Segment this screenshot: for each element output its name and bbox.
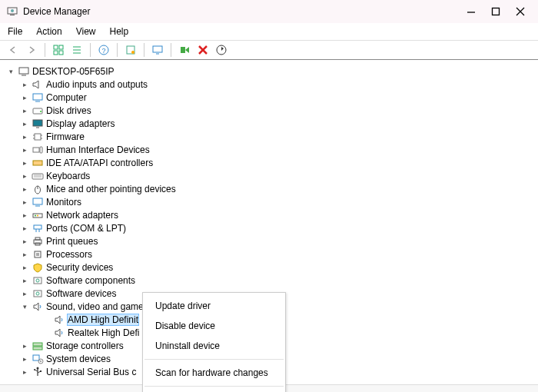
- menubar: File Action View Help: [0, 23, 538, 40]
- forward-button[interactable]: [25, 43, 38, 57]
- tree-node[interactable]: ▸Ports (COM & LPT): [3, 221, 535, 234]
- tree-node-label: IDE ATA/ATAPI controllers: [46, 158, 153, 168]
- tree-node[interactable]: ▸Human Interface Devices: [3, 143, 535, 156]
- svg-rect-57: [36, 253, 39, 256]
- ctx-uninstall-device[interactable]: Uninstall device: [143, 336, 285, 356]
- tree-child-label: AMD High Definit: [68, 314, 138, 325]
- caret-right-icon[interactable]: ▸: [20, 211, 29, 220]
- caret-right-icon[interactable]: ▸: [20, 198, 29, 207]
- svg-point-17: [131, 51, 134, 54]
- svg-point-48: [35, 214, 36, 216]
- menu-help[interactable]: Help: [110, 26, 129, 37]
- caret-right-icon[interactable]: ▸: [20, 367, 29, 377]
- tree-node[interactable]: ▸Software components: [3, 274, 535, 287]
- separator: [117, 43, 118, 57]
- caret-right-icon[interactable]: ▸: [20, 171, 29, 181]
- ide-icon: [32, 157, 44, 169]
- tree-node-label: Disk drives: [46, 105, 91, 116]
- tree-node-label: Software devices: [46, 288, 116, 299]
- list-view-icon[interactable]: [70, 43, 84, 57]
- menu-action[interactable]: Action: [36, 26, 61, 37]
- caret-right-icon[interactable]: ▸: [20, 158, 29, 168]
- ctx-update-driver[interactable]: Update driver: [143, 296, 285, 316]
- grid-view-icon[interactable]: [51, 43, 65, 57]
- caret-right-icon[interactable]: ▸: [20, 276, 29, 285]
- caret-right-icon[interactable]: ▸: [20, 184, 29, 194]
- context-menu: Update driver Disable device Uninstall d…: [142, 292, 286, 392]
- tree-node[interactable]: ▸Display adapters: [3, 117, 535, 130]
- minimize-button[interactable]: [466, 6, 477, 17]
- display-icon: [32, 118, 44, 130]
- svg-point-68: [37, 367, 39, 369]
- caret-right-icon[interactable]: ▸: [20, 354, 29, 364]
- update-icon[interactable]: [214, 43, 228, 57]
- svg-point-69: [34, 369, 35, 370]
- maximize-button[interactable]: [490, 6, 501, 17]
- tree-node[interactable]: ▸Processors: [3, 247, 535, 261]
- tree-node-label: Storage controllers: [46, 341, 124, 351]
- caret-right-icon[interactable]: ▸: [20, 80, 29, 89]
- menu-file[interactable]: File: [8, 26, 22, 37]
- svg-rect-38: [40, 147, 42, 153]
- close-button[interactable]: [515, 6, 526, 17]
- caret-right-icon[interactable]: ▸: [20, 132, 29, 141]
- ctx-disable-device[interactable]: Disable device: [143, 316, 285, 336]
- help-icon[interactable]: ?: [97, 43, 111, 57]
- caret-right-icon[interactable]: ▸: [20, 237, 29, 246]
- root-label: DESKTOP-05F65IP: [32, 66, 115, 77]
- caret-right-icon[interactable]: ▸: [20, 145, 29, 154]
- caret-right-icon[interactable]: ▸: [20, 93, 29, 102]
- monitor-icon: [32, 91, 44, 104]
- caret-right-icon[interactable]: ▸: [20, 224, 29, 233]
- sound-icon: [53, 327, 65, 339]
- caret-right-icon[interactable]: ▸: [20, 119, 29, 128]
- software-icon: [32, 287, 44, 300]
- svg-rect-24: [19, 68, 28, 74]
- caret-right-icon[interactable]: ▸: [20, 341, 29, 350]
- tree-node[interactable]: ▸Monitors: [3, 195, 535, 208]
- computer-icon: [18, 65, 30, 78]
- tree-node[interactable]: ▸Disk drives: [3, 104, 535, 117]
- caret-down-icon[interactable]: ▾: [6, 67, 15, 76]
- tree-node[interactable]: ▸Mice and other pointing devices: [3, 182, 535, 195]
- separator: [144, 386, 284, 387]
- processor-icon: [32, 248, 44, 261]
- caret-right-icon[interactable]: ▸: [20, 263, 29, 272]
- caret-right-icon[interactable]: ▸: [20, 289, 29, 298]
- separator: [90, 43, 91, 57]
- spacer: [42, 328, 51, 337]
- monitor-icon[interactable]: [151, 43, 164, 57]
- tree-node-label: Firmware: [46, 131, 85, 142]
- svg-rect-54: [35, 238, 40, 240]
- scan-icon[interactable]: [124, 43, 138, 57]
- svg-rect-7: [54, 45, 58, 49]
- back-button[interactable]: [6, 43, 20, 57]
- tree-child-label: Realtek High Defi: [68, 327, 139, 338]
- ctx-scan-hardware[interactable]: Scan for hardware changes: [143, 363, 285, 383]
- enable-icon[interactable]: [178, 43, 191, 57]
- svg-rect-18: [153, 46, 162, 52]
- window-title: Device Manager: [23, 6, 466, 17]
- caret-right-icon[interactable]: ▸: [20, 250, 29, 259]
- network-icon: [32, 209, 44, 221]
- tree-root[interactable]: ▾ DESKTOP-05F65IP: [3, 65, 535, 78]
- tree-node[interactable]: ▸Keyboards: [3, 169, 535, 182]
- svg-rect-63: [33, 347, 42, 350]
- delete-icon[interactable]: [196, 43, 210, 57]
- tree-node-label: Universal Serial Bus c: [46, 367, 136, 377]
- tree-node[interactable]: ▸Audio inputs and outputs: [3, 78, 535, 91]
- tree-node[interactable]: ▸Network adapters: [3, 208, 535, 221]
- separator: [144, 43, 144, 57]
- tree-node[interactable]: ▸Security devices: [3, 261, 535, 274]
- svg-rect-30: [33, 120, 42, 126]
- caret-down-icon[interactable]: ▾: [20, 302, 29, 311]
- tree-node-label: Audio inputs and outputs: [46, 79, 148, 90]
- menu-view[interactable]: View: [76, 26, 96, 37]
- caret-right-icon[interactable]: ▸: [20, 106, 29, 115]
- tree-node[interactable]: ▸Firmware: [3, 130, 535, 143]
- tree-node[interactable]: ▸Print queues: [3, 234, 535, 247]
- tree-node-label: Monitors: [46, 197, 81, 208]
- mouse-icon: [32, 183, 44, 195]
- tree-node[interactable]: ▸Computer: [3, 91, 535, 104]
- tree-node[interactable]: ▸IDE ATA/ATAPI controllers: [3, 156, 535, 169]
